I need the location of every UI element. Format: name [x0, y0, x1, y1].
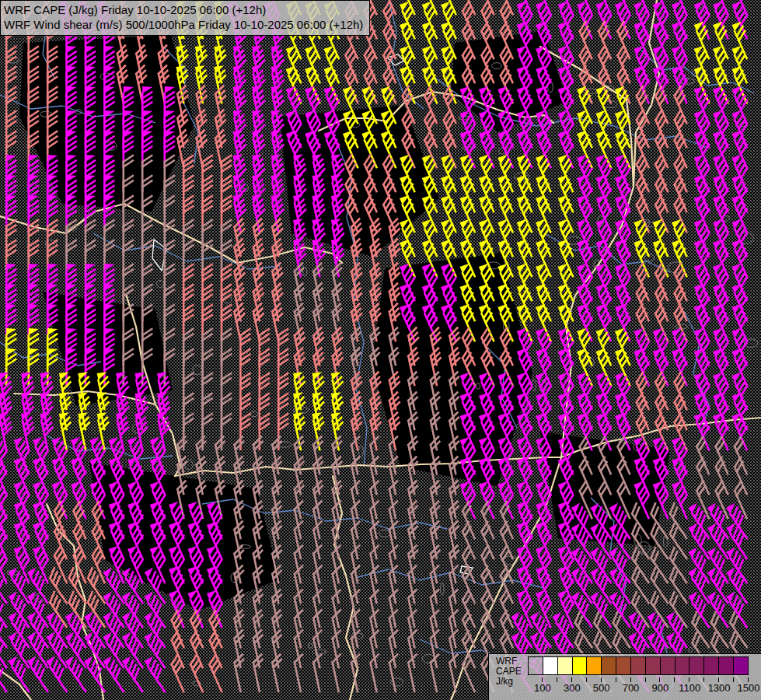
wind-barb-strokes: [715, 244, 736, 276]
legend-title: WRF CAPE J/kg: [496, 656, 522, 687]
legend-cell: [660, 656, 675, 675]
wind-barb-strokes: [560, 309, 581, 341]
terrain-contour: [312, 649, 326, 654]
wind-barb-strokes: [735, 418, 756, 450]
wind-barb: [0, 545, 16, 583]
wind-barb-strokes: [29, 355, 38, 386]
wind-barb-strokes: [730, 508, 755, 538]
wind-barb-strokes: [715, 353, 736, 385]
legend-cell: [601, 656, 616, 675]
terrain-contour: [379, 530, 390, 537]
wind-barb-strokes: [692, 508, 717, 538]
weather-map: WRF CAPE (J/kg) Friday 10-10-2025 06:00 …: [0, 0, 761, 700]
terrain-contour: [250, 411, 258, 417]
terrain-contour: [440, 583, 444, 596]
legend-tick: [733, 677, 734, 682]
wind-barb-strokes: [68, 661, 93, 691]
wind-barb-strokes: [106, 597, 131, 627]
wind-barb-strokes: [54, 462, 75, 494]
legend-tick: [674, 677, 675, 682]
country-border-path: [0, 670, 31, 700]
wind-barb-strokes: [617, 244, 638, 276]
wind-barb-strokes: [16, 551, 37, 583]
wind-barb-strokes: [50, 661, 75, 691]
wind-barb-strokes: [594, 552, 619, 583]
legend-tick: [586, 677, 587, 682]
wind-barb-strokes: [234, 135, 250, 167]
river-path: [93, 233, 280, 269]
wind-barb-strokes: [692, 552, 717, 583]
wind-barb-strokes: [519, 595, 540, 627]
wind-barb-strokes: [599, 353, 620, 385]
wind-barb-strokes: [234, 91, 250, 123]
wind-barb-strokes: [519, 244, 540, 276]
wind-barb-strokes: [715, 309, 736, 341]
legend-cell: [630, 656, 646, 675]
terrain-contour: [157, 281, 164, 288]
wind-barb-strokes: [730, 597, 755, 627]
wind-barb-strokes: [407, 655, 424, 691]
wind-barb-strokes: [148, 661, 173, 691]
wind-barb-strokes: [599, 135, 620, 167]
legend-tick-label: 900: [652, 682, 669, 694]
wind-barb: [0, 436, 16, 474]
wind-barb-strokes: [674, 26, 695, 58]
wind-barb-strokes: [331, 655, 347, 691]
wind-barb-strokes: [125, 597, 150, 627]
wind-barb-strokes: [35, 551, 56, 583]
wind-barb-strokes: [538, 244, 559, 276]
wind-barb-strokes: [636, 26, 657, 58]
wind-barb-strokes: [715, 26, 736, 58]
wind-barb-strokes: [47, 355, 57, 386]
wind-barb-strokes: [429, 655, 445, 691]
wind-barb-strokes: [253, 135, 269, 167]
wind-barb-strokes: [234, 200, 250, 232]
wind-barb-strokes: [313, 418, 329, 450]
wind-barb-strokes: [696, 200, 717, 232]
legend-tick-label: 500: [593, 682, 610, 694]
wind-barb-strokes: [106, 661, 131, 691]
wind-barb-strokes: [594, 597, 619, 627]
wind-barb-strokes: [674, 244, 695, 276]
wind-barb-strokes: [696, 135, 717, 167]
wind-barb-strokes: [253, 200, 269, 232]
wind-barb-strokes: [538, 135, 559, 167]
legend-tick: [645, 677, 646, 682]
wind-barb-strokes: [463, 135, 483, 167]
wind-barb-strokes: [519, 462, 540, 494]
legend-tick: [616, 677, 616, 682]
cape-legend: WRF CAPE J/kg 10030050070090011001300150…: [488, 653, 761, 700]
wind-barb-strokes: [481, 200, 502, 232]
legend-cell: [572, 656, 588, 675]
legend-cell: [645, 656, 661, 675]
wind-barb-strokes: [692, 597, 717, 627]
wind-barb: [407, 655, 424, 691]
wind-barb: [233, 655, 250, 691]
legend-title-unit: J/kg: [496, 677, 522, 687]
wind-barb-strokes: [715, 135, 736, 167]
legend-tick: [703, 677, 704, 682]
wind-barb-strokes: [655, 26, 676, 58]
wind-barb-strokes: [538, 200, 559, 232]
wind-barb-strokes: [636, 353, 657, 385]
dark-terrain-patch: [280, 105, 439, 257]
legend-cell: [703, 656, 719, 675]
wind-barb-strokes: [35, 462, 56, 494]
wind-barb-strokes: [560, 200, 581, 232]
wind-barb: [0, 457, 16, 494]
wind-barb-strokes: [560, 571, 581, 603]
wind-barb-strokes: [272, 200, 288, 232]
wind-barb: [312, 655, 329, 691]
wind-barb-strokes: [293, 655, 309, 691]
legend-cell: [616, 656, 631, 675]
wind-barb-strokes: [271, 655, 288, 691]
wind-barb-strokes: [443, 200, 464, 232]
wind-barb-strokes: [674, 462, 695, 494]
wind-barb-strokes: [715, 91, 736, 123]
wind-barb-strokes: [560, 26, 581, 58]
wind-barb-strokes: [538, 527, 559, 558]
legend-cell: [733, 656, 749, 675]
wind-barb-strokes: [12, 597, 37, 627]
wind-barb-strokes: [579, 200, 600, 232]
legend-tick-label: 1300: [708, 682, 731, 694]
